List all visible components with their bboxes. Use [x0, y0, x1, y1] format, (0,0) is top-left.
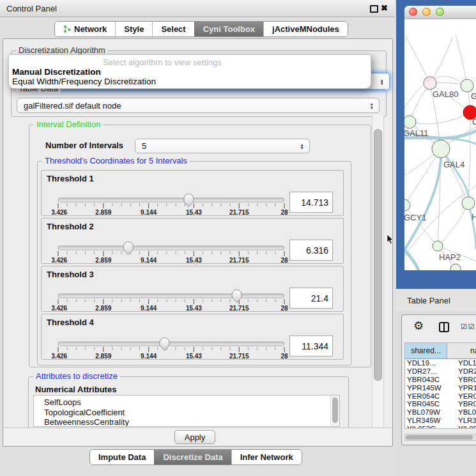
close-icon[interactable]: ✖	[381, 3, 388, 13]
tab-cyni-toolbox[interactable]: Cyni Toolbox	[194, 22, 263, 36]
close-traffic-light-icon[interactable]	[409, 8, 417, 16]
cell-shared-name: YPR145W	[405, 384, 447, 392]
panel-scrollbar[interactable]	[372, 115, 384, 427]
table-row[interactable]: YER054CYER054C	[405, 392, 476, 401]
cell-shared-name: YBL079W	[405, 408, 447, 417]
gear-icon[interactable]: ⚙	[413, 319, 424, 333]
network-node[interactable]	[404, 199, 410, 211]
table-row[interactable]: YBR045CYBR045C	[405, 400, 476, 408]
threshold-row: Threshold 4-3.4262.8599.14415.4321.71528…	[41, 314, 344, 360]
tab-select[interactable]: Select	[152, 22, 194, 36]
popup-item-manual-discretization[interactable]: Manual Discretization	[12, 67, 101, 77]
cell-name: YER054C	[447, 392, 476, 401]
mode-tab-discretize-data[interactable]: Discretize Data	[154, 450, 231, 464]
threshold-slider[interactable]: -3.4262.8599.14415.4321.71528	[52, 337, 291, 362]
column-header-name[interactable]: na...	[447, 343, 476, 358]
table-row[interactable]: YPR145WYPR145W	[405, 384, 476, 392]
network-canvas[interactable]: GAL80GACGAL11GAL4GCY1HHAP2	[404, 19, 476, 270]
list-scrollbar[interactable]	[330, 395, 339, 426]
table-hscrollbar[interactable]	[404, 434, 476, 441]
svg-text:2.859: 2.859	[95, 353, 111, 360]
mode-tab-label: Impute Data	[98, 452, 146, 462]
threshold-value-field[interactable]: 11.344	[289, 335, 333, 357]
numerical-attributes-list[interactable]: SelfLoopsTopologicalCoefficientBetweenne…	[33, 395, 340, 427]
zoom-traffic-light-icon[interactable]	[436, 8, 444, 16]
network-node[interactable]	[461, 79, 473, 92]
threshold-slider[interactable]: -3.4262.8599.14415.4321.71528	[52, 242, 291, 266]
svg-text:2.859: 2.859	[95, 209, 111, 216]
tab-network[interactable]: Network	[55, 22, 115, 36]
number-of-intervals-value: 5	[142, 141, 146, 151]
table-data-combobox[interactable]: galFiltered.sif default node ▲ ▼	[17, 98, 380, 113]
network-node[interactable]	[404, 116, 416, 128]
cell-name: YLR345W	[447, 417, 476, 425]
network-window[interactable]: GAL80GACGAL11GAL4GCY1HHAP2	[404, 6, 476, 270]
threshold-label: Threshold 1	[47, 174, 94, 183]
svg-text:15.43: 15.43	[186, 209, 202, 216]
table-row[interactable]: YDL19...YDL19	[405, 359, 476, 367]
table-panel-titlebar: Table Panel	[396, 289, 476, 311]
node-label: GAL11	[404, 128, 429, 138]
svg-text:21.715: 21.715	[229, 305, 249, 312]
node-label: GAL4	[443, 160, 464, 169]
network-node[interactable]	[432, 140, 450, 158]
tab-label: Select	[161, 24, 185, 34]
threshold-label: Threshold 2	[47, 222, 94, 231]
table-row[interactable]: YBR043CYBR043C	[405, 376, 476, 384]
slider-thumb[interactable]	[184, 194, 194, 207]
slider-thumb[interactable]	[160, 338, 169, 351]
mode-tab-impute-data[interactable]: Impute Data	[90, 450, 154, 464]
mode-tab-infer-network[interactable]: Infer Network	[231, 450, 302, 464]
table-panel-title: Table Panel	[407, 296, 450, 305]
svg-text:21.715: 21.715	[229, 209, 249, 216]
mode-tab-label: Discretize Data	[163, 452, 222, 462]
svg-text:28: 28	[280, 305, 288, 312]
threshold-value-field[interactable]: 21.4	[289, 288, 333, 309]
list-item[interactable]: BetweennessCentrality	[34, 417, 339, 427]
split-columns-icon[interactable]	[439, 322, 449, 332]
table-row[interactable]: YBL079WYBL079W	[405, 408, 476, 417]
table-row[interactable]: YDR27...YDR27	[405, 367, 476, 376]
minimize-traffic-light-icon[interactable]	[422, 8, 431, 16]
node-label: H	[472, 212, 476, 222]
svg-text:9.144: 9.144	[141, 257, 157, 264]
panel-title: Control Panel	[6, 4, 57, 13]
threshold-slider[interactable]: -3.4262.8599.14415.4321.71528	[52, 194, 291, 218]
threshold-label: Threshold 3	[47, 270, 94, 279]
table-row[interactable]: YIL052CYIL052C	[405, 425, 476, 429]
network-node[interactable]	[424, 77, 436, 89]
node-attribute-table[interactable]: shared...na...YDL19...YDL19YDR27...YDR27…	[404, 342, 476, 429]
thresholds-group: Threshold's Coordinates for 5 Intervals …	[37, 161, 351, 365]
svg-text:-3.426: -3.426	[52, 305, 68, 312]
cell-shared-name: YBR045C	[405, 400, 447, 408]
network-node[interactable]	[450, 264, 461, 270]
threshold-row: Threshold 1-3.4262.8599.14415.4321.71528…	[41, 170, 344, 216]
network-window-titlebar[interactable]	[404, 6, 476, 19]
column-header-shared-name[interactable]: shared...	[405, 343, 447, 358]
panel-scrollbar-thumb[interactable]	[374, 129, 382, 381]
number-of-intervals-combobox[interactable]: 5 ▲ ▼	[135, 139, 310, 153]
threshold-slider[interactable]: -3.4262.8599.14415.4321.71528	[52, 289, 291, 314]
apply-button[interactable]: Apply	[174, 430, 215, 444]
tab-label: Network	[74, 24, 107, 34]
popup-item-equal-width-frequency[interactable]: Equal Width/Frequency Discretization	[12, 77, 156, 86]
tab-style[interactable]: Style	[115, 22, 152, 36]
cyni-toolbox-panel: Discretization Algorithm ▲ ▼ Select algo…	[3, 38, 393, 447]
threshold-value-field[interactable]: 6.316	[289, 240, 333, 261]
slider-thumb[interactable]	[232, 290, 242, 303]
network-view-frame: GAL80GACGAL11GAL4GCY1HHAP2	[396, 0, 476, 289]
network-node[interactable]	[462, 197, 475, 210]
network-node[interactable]	[433, 241, 443, 251]
cell-name: YIL052C	[447, 425, 476, 429]
list-scrollbar-thumb[interactable]	[332, 397, 338, 423]
popup-placeholder-item[interactable]: Select algorithm to view settings	[9, 58, 316, 67]
float-window-icon[interactable]	[370, 5, 378, 13]
select-columns-checkbox-icons[interactable]: ☑☑	[461, 323, 476, 331]
list-item[interactable]: TopologicalCoefficient	[34, 408, 339, 418]
tab-jactivemnodules[interactable]: jActiveMNodules	[263, 22, 348, 36]
table-row[interactable]: YLR345WYLR345W	[405, 417, 476, 425]
slider-thumb[interactable]	[123, 242, 133, 255]
list-item[interactable]: SelfLoops	[34, 395, 339, 408]
threshold-value-field[interactable]: 14.713	[289, 192, 333, 213]
table-hscrollbar-thumb[interactable]	[406, 435, 473, 440]
